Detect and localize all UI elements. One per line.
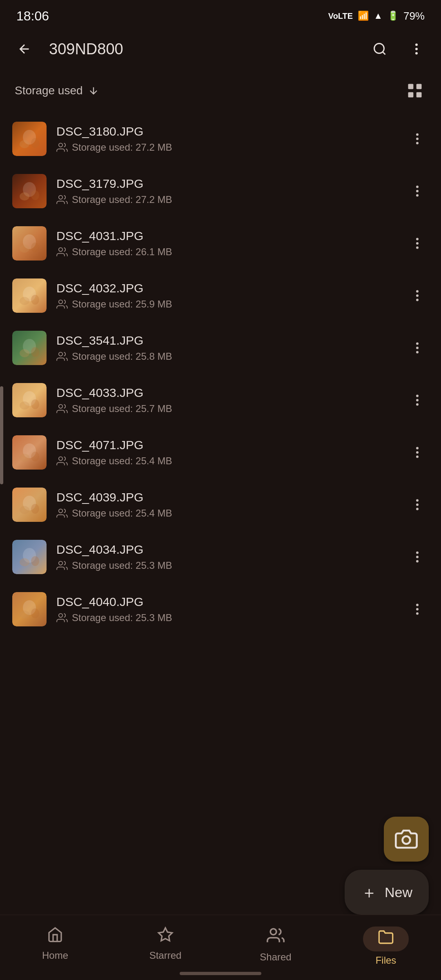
- volte-icon: VoLTE: [328, 11, 353, 21]
- file-thumbnail: [12, 435, 47, 470]
- file-more-button[interactable]: [406, 493, 429, 516]
- svg-point-82: [20, 610, 29, 619]
- list-item[interactable]: DSC_4033.JPG Storage used: 25.7 MB: [0, 374, 441, 426]
- svg-point-10: [20, 140, 29, 148]
- file-more-button[interactable]: [406, 389, 429, 412]
- svg-point-30: [416, 242, 419, 245]
- file-more-button[interactable]: [406, 546, 429, 568]
- file-size: Storage used: 25.9 MB: [56, 298, 396, 310]
- svg-point-63: [416, 456, 419, 458]
- grid-view-button[interactable]: [403, 79, 426, 102]
- file-thumbnail: [12, 278, 47, 313]
- bottom-nav: Home Starred Shared File: [0, 915, 441, 980]
- svg-point-27: [31, 243, 39, 252]
- svg-point-87: [416, 612, 419, 615]
- nav-files-label: Files: [376, 955, 396, 966]
- file-size: Storage used: 25.4 MB: [56, 508, 396, 519]
- svg-point-85: [416, 604, 419, 606]
- file-list: DSC_3180.JPG Storage used: 27.2 MB: [0, 109, 441, 639]
- page-title: 309ND800: [49, 40, 355, 58]
- file-thumbnail: [12, 226, 47, 261]
- file-more-button[interactable]: [406, 336, 429, 359]
- nav-home[interactable]: Home: [0, 922, 110, 965]
- file-name: DSC_3180.JPG: [56, 125, 396, 138]
- fab-area: ＋ New: [345, 817, 429, 915]
- file-more-button[interactable]: [406, 127, 429, 150]
- svg-point-38: [416, 294, 419, 297]
- file-info: DSC_4071.JPG Storage used: 25.4 MB: [56, 438, 396, 467]
- svg-point-84: [59, 614, 62, 617]
- file-size: Storage used: 26.1 MB: [56, 246, 396, 258]
- svg-point-22: [416, 190, 419, 192]
- shared-file-icon: [56, 612, 68, 624]
- svg-point-69: [416, 499, 419, 502]
- svg-rect-7: [416, 92, 422, 98]
- file-more-button[interactable]: [406, 180, 429, 203]
- file-info: DSC_4039.JPG Storage used: 25.4 MB: [56, 490, 396, 519]
- svg-point-31: [416, 247, 419, 249]
- svg-point-42: [20, 349, 29, 357]
- file-info: DSC_4040.JPG Storage used: 25.3 MB: [56, 595, 396, 624]
- svg-point-53: [416, 395, 419, 397]
- nav-shared-label: Shared: [260, 951, 291, 963]
- list-item[interactable]: DSC_3179.JPG Storage used: 27.2 MB: [0, 165, 441, 217]
- file-info: DSC_4032.JPG Storage used: 25.9 MB: [56, 281, 396, 310]
- file-size: Storage used: 25.8 MB: [56, 351, 396, 362]
- nav-files[interactable]: Files: [331, 922, 441, 970]
- file-more-button[interactable]: [406, 441, 429, 464]
- svg-point-88: [403, 836, 410, 844]
- svg-point-52: [59, 405, 62, 408]
- file-name: DSC_3179.JPG: [56, 177, 396, 191]
- file-name: DSC_4071.JPG: [56, 438, 396, 452]
- svg-point-60: [59, 457, 62, 461]
- svg-point-35: [31, 295, 39, 305]
- shared-file-icon: [56, 455, 68, 467]
- list-item[interactable]: DSC_3541.JPG Storage used: 25.8 MB: [0, 322, 441, 374]
- starred-icon: [157, 927, 174, 947]
- back-button[interactable]: [12, 37, 37, 61]
- list-item[interactable]: DSC_4031.JPG Storage used: 26.1 MB: [0, 217, 441, 270]
- file-more-button[interactable]: [406, 598, 429, 621]
- shared-file-icon: [56, 508, 68, 519]
- home-icon: [47, 927, 63, 947]
- file-size: Storage used: 25.3 MB: [56, 560, 396, 571]
- file-info: DSC_3541.JPG Storage used: 25.8 MB: [56, 334, 396, 362]
- list-item[interactable]: DSC_4040.JPG Storage used: 25.3 MB: [0, 583, 441, 635]
- svg-point-54: [416, 399, 419, 401]
- svg-point-45: [416, 343, 419, 345]
- nav-starred[interactable]: Starred: [110, 922, 220, 965]
- new-fab-icon: ＋: [361, 881, 377, 904]
- svg-point-3: [415, 52, 418, 55]
- file-thumbnail: [12, 540, 47, 574]
- file-more-button[interactable]: [406, 232, 429, 255]
- svg-point-77: [416, 552, 419, 554]
- svg-point-28: [59, 248, 62, 252]
- svg-point-15: [416, 142, 419, 145]
- camera-fab-button[interactable]: [384, 817, 429, 862]
- svg-point-39: [416, 299, 419, 301]
- list-item[interactable]: DSC_4034.JPG Storage used: 25.3 MB: [0, 531, 441, 583]
- more-options-button[interactable]: [404, 37, 429, 61]
- svg-point-61: [416, 447, 419, 450]
- svg-point-78: [416, 556, 419, 558]
- svg-point-29: [416, 238, 419, 241]
- file-more-button[interactable]: [406, 284, 429, 307]
- svg-point-11: [31, 138, 39, 148]
- nav-shared[interactable]: Shared: [220, 922, 331, 967]
- search-button[interactable]: [368, 37, 392, 61]
- svg-point-58: [20, 454, 29, 462]
- svg-point-62: [416, 451, 419, 454]
- sort-label[interactable]: Storage used: [15, 84, 99, 97]
- list-item[interactable]: DSC_4032.JPG Storage used: 25.9 MB: [0, 270, 441, 322]
- sort-arrow-icon: [88, 85, 99, 96]
- new-fab-button[interactable]: ＋ New: [345, 870, 429, 915]
- file-size: Storage used: 27.2 MB: [56, 194, 396, 205]
- files-icon: [378, 929, 394, 949]
- file-thumbnail: [12, 122, 47, 156]
- list-item[interactable]: DSC_4039.JPG Storage used: 25.4 MB: [0, 479, 441, 531]
- wifi-icon: 📶: [358, 11, 369, 21]
- nav-files-icon-bg: [363, 927, 409, 951]
- list-item[interactable]: DSC_4071.JPG Storage used: 25.4 MB: [0, 426, 441, 479]
- file-name: DSC_3541.JPG: [56, 334, 396, 347]
- list-item[interactable]: DSC_3180.JPG Storage used: 27.2 MB: [0, 113, 441, 165]
